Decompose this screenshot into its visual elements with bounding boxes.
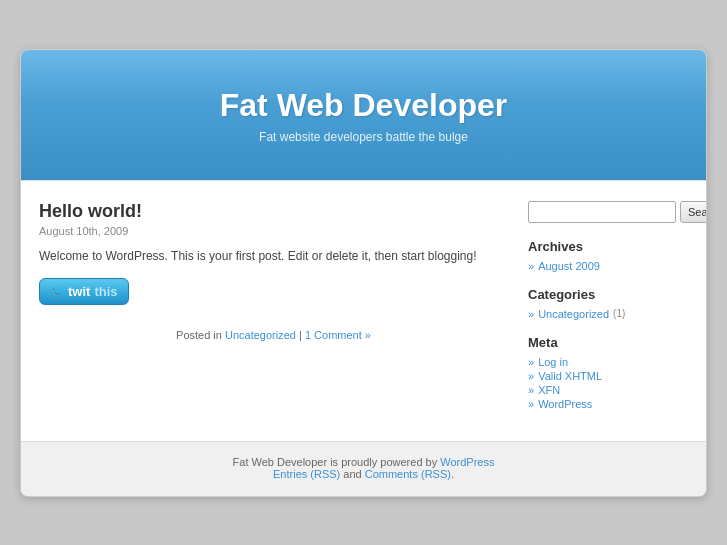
footer-line2: Entries (RSS) and Comments (RSS). — [41, 468, 686, 480]
site-title: Fat Web Developer — [41, 87, 686, 124]
search-input[interactable] — [528, 201, 676, 223]
footer-text: Fat Web Developer is proudly powered by — [233, 456, 441, 468]
meta-list: Log in Valid XHTML XFN WordPress — [528, 355, 688, 411]
category-count: (1) — [613, 308, 625, 319]
post-content: Welcome to WordPress. This is your first… — [39, 247, 508, 266]
twitthis-button[interactable]: 🐦 twitthis — [39, 278, 129, 305]
comments-link[interactable]: 1 Comment » — [305, 329, 371, 341]
site-header: Fat Web Developer Fat website developers… — [21, 50, 706, 180]
archive-link[interactable]: August 2009 — [538, 260, 600, 272]
meta-login-link[interactable]: Log in — [538, 356, 568, 368]
posted-in-text: Posted in — [176, 329, 225, 341]
search-form: Search — [528, 201, 688, 223]
post-title: Hello world! — [39, 201, 508, 222]
list-item: Log in — [528, 355, 688, 369]
footer-wordpress-link[interactable]: WordPress — [440, 456, 494, 468]
meta-xfn-link[interactable]: XFN — [538, 384, 560, 396]
archives-section: Archives August 2009 — [528, 239, 688, 273]
sidebar: Search Archives August 2009 Categories U… — [528, 201, 688, 425]
post-date: August 10th, 2009 — [39, 225, 508, 237]
page-wrapper: Fat Web Developer Fat website developers… — [20, 49, 707, 497]
categories-section: Categories Uncategorized (1) — [528, 287, 688, 321]
main-column: Hello world! August 10th, 2009 Welcome t… — [39, 201, 508, 425]
footer-period: . — [451, 468, 454, 480]
list-item: Valid XHTML — [528, 369, 688, 383]
archives-list: August 2009 — [528, 259, 688, 273]
category-link[interactable]: Uncategorized — [538, 308, 609, 320]
categories-list: Uncategorized (1) — [528, 307, 688, 321]
twitthis-this: this — [94, 284, 117, 299]
meta-wordpress-link[interactable]: WordPress — [538, 398, 592, 410]
list-item: August 2009 — [528, 259, 688, 273]
comments-rss-link[interactable]: Comments (RSS) — [365, 468, 451, 480]
content-area: Hello world! August 10th, 2009 Welcome t… — [21, 180, 706, 441]
archives-title: Archives — [528, 239, 688, 254]
site-tagline: Fat website developers battle the bulge — [41, 130, 686, 144]
entries-rss-link[interactable]: Entries (RSS) — [273, 468, 340, 480]
meta-title: Meta — [528, 335, 688, 350]
footer-line1: Fat Web Developer is proudly powered by … — [41, 456, 686, 468]
footer-separator: | — [296, 329, 305, 341]
list-item: XFN — [528, 383, 688, 397]
list-item: WordPress — [528, 397, 688, 411]
twitthis-label: twit — [68, 284, 90, 299]
twit-icon: 🐦 — [50, 285, 64, 298]
post-footer: Posted in Uncategorized | 1 Comment » — [39, 319, 508, 341]
category-link[interactable]: Uncategorized — [225, 329, 296, 341]
site-footer: Fat Web Developer is proudly powered by … — [21, 441, 706, 496]
list-item: Uncategorized (1) — [528, 307, 688, 321]
search-button[interactable]: Search — [680, 201, 707, 223]
footer-and: and — [340, 468, 364, 480]
meta-section: Meta Log in Valid XHTML XFN WordPress — [528, 335, 688, 411]
categories-title: Categories — [528, 287, 688, 302]
meta-xhtml-link[interactable]: Valid XHTML — [538, 370, 602, 382]
